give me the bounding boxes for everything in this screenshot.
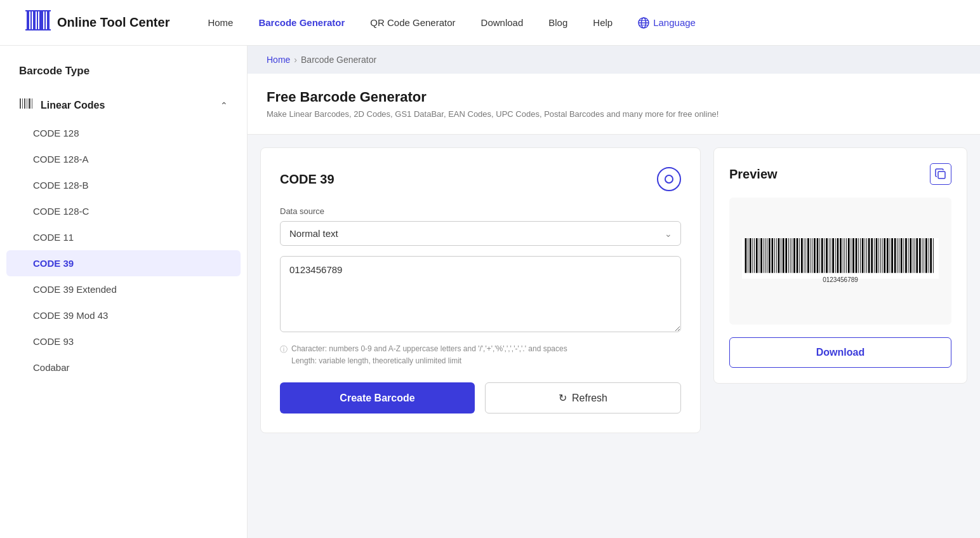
svg-rect-30 — [764, 238, 764, 273]
action-buttons: Create Barcode ↻ Refresh — [280, 382, 681, 414]
preview-title: Preview — [729, 167, 778, 182]
sidebar: Barcode Type Linear Codes — [0, 46, 248, 538]
svg-rect-16 — [24, 98, 25, 109]
sidebar-item-code128b[interactable]: CODE 128-B — [0, 172, 247, 198]
linear-codes-header[interactable]: Linear Codes ⌃ — [0, 90, 247, 120]
page-subtitle: Make Linear Barcodes, 2D Codes, GS1 Data… — [267, 109, 961, 119]
nav-home[interactable]: Home — [208, 17, 233, 28]
svg-rect-65 — [843, 238, 844, 273]
sidebar-title: Barcode Type — [0, 58, 247, 90]
svg-rect-52 — [812, 238, 812, 273]
breadcrumb-home[interactable]: Home — [267, 55, 290, 65]
page-title: Free Barcode Generator — [267, 89, 961, 105]
svg-rect-71 — [856, 238, 858, 273]
svg-rect-17 — [27, 98, 27, 109]
svg-rect-32 — [767, 238, 767, 273]
sidebar-item-code39ext[interactable]: CODE 39 Extended — [0, 276, 247, 302]
create-barcode-button[interactable]: Create Barcode — [280, 382, 475, 414]
preview-panel: Preview — [713, 147, 967, 384]
barcode-input[interactable]: 0123456789 — [280, 256, 681, 332]
linear-codes-chevron: ⌃ — [220, 100, 228, 111]
sidebar-item-code93[interactable]: CODE 93 — [0, 328, 247, 354]
linear-codes-section: Linear Codes ⌃ CODE 128 CODE 128-A CODE … — [0, 90, 247, 380]
svg-rect-4 — [39, 11, 43, 29]
page-layout: Barcode Type Linear Codes — [0, 46, 980, 538]
svg-rect-89 — [897, 238, 897, 273]
sidebar-item-code39mod43[interactable]: CODE 39 Mod 43 — [0, 302, 247, 328]
svg-rect-8 — [25, 29, 51, 30]
svg-text:0123456789: 0123456789 — [823, 276, 858, 283]
svg-rect-7 — [25, 10, 51, 11]
preview-header: Preview — [729, 163, 951, 185]
language-button[interactable]: Language — [638, 17, 696, 29]
data-source-wrapper: Normal text Hex Base64 ⌄ — [280, 221, 681, 246]
barcode-preview: 0123456789 — [729, 198, 951, 325]
svg-rect-83 — [882, 238, 883, 273]
svg-rect-55 — [819, 238, 820, 273]
sidebar-item-code128[interactable]: CODE 128 — [0, 120, 247, 146]
svg-rect-72 — [858, 238, 859, 273]
logo-icon — [25, 8, 51, 37]
svg-rect-33 — [769, 238, 771, 273]
svg-rect-87 — [891, 238, 893, 273]
svg-rect-82 — [880, 238, 881, 273]
svg-rect-50 — [807, 238, 809, 273]
nav-download[interactable]: Download — [481, 17, 524, 28]
hint-length: Length: variable length, theoretically u… — [291, 356, 461, 365]
breadcrumb: Home › Barcode Generator — [248, 46, 980, 74]
svg-rect-22 — [745, 238, 747, 273]
globe-icon — [638, 17, 649, 29]
svg-rect-46 — [799, 238, 800, 273]
svg-rect-88 — [894, 238, 896, 273]
page-header: Free Barcode Generator Make Linear Barco… — [248, 74, 980, 135]
generator-panel-title: CODE 39 — [280, 172, 334, 187]
svg-rect-0 — [27, 11, 29, 29]
sidebar-item-code11[interactable]: CODE 11 — [0, 224, 247, 250]
language-label: Language — [653, 17, 696, 28]
data-source-select[interactable]: Normal text Hex Base64 — [280, 221, 681, 246]
svg-rect-37 — [778, 238, 780, 273]
barcode-image: 0123456789 — [742, 238, 939, 285]
svg-rect-26 — [754, 238, 755, 273]
svg-rect-47 — [801, 238, 803, 273]
nav-barcode-generator[interactable]: Barcode Generator — [258, 17, 345, 28]
nav-blog[interactable]: Blog — [548, 17, 567, 28]
target-icon[interactable] — [657, 167, 681, 191]
main-nav: Home Barcode Generator QR Code Generator… — [208, 17, 955, 29]
refresh-button[interactable]: ↻ Refresh — [485, 382, 681, 414]
sidebar-item-code128a[interactable]: CODE 128-A — [0, 146, 247, 172]
download-button[interactable]: Download — [729, 337, 951, 368]
svg-rect-38 — [781, 238, 781, 273]
nav-qr-code-generator[interactable]: QR Code Generator — [370, 17, 455, 28]
svg-rect-18 — [29, 98, 30, 109]
svg-rect-69 — [851, 238, 851, 273]
svg-rect-73 — [860, 238, 861, 273]
breadcrumb-current: Barcode Generator — [301, 55, 376, 65]
nav-help[interactable]: Help — [593, 17, 612, 28]
svg-rect-97 — [915, 238, 915, 273]
svg-rect-19 — [32, 98, 32, 109]
svg-rect-6 — [47, 11, 50, 29]
svg-rect-86 — [889, 238, 890, 273]
info-icon: ⓘ — [280, 344, 288, 367]
hint-content: Character: numbers 0-9 and A-Z uppercase… — [291, 343, 567, 367]
svg-rect-101 — [924, 238, 924, 273]
svg-rect-25 — [752, 238, 753, 273]
svg-rect-39 — [783, 238, 785, 273]
linear-codes-title: Linear Codes — [19, 97, 105, 114]
svg-rect-54 — [817, 238, 819, 273]
barcode-section-icon — [19, 97, 33, 114]
sidebar-item-codabar[interactable]: Codabar — [0, 354, 247, 380]
svg-rect-67 — [846, 238, 847, 273]
svg-rect-35 — [774, 238, 775, 273]
copy-button[interactable] — [930, 163, 951, 185]
sidebar-item-code39[interactable]: CODE 39 — [6, 250, 241, 276]
sidebar-item-code128c[interactable]: CODE 128-C — [0, 198, 247, 224]
breadcrumb-separator: › — [294, 55, 297, 65]
svg-rect-20 — [938, 171, 945, 178]
svg-rect-104 — [930, 238, 932, 273]
svg-rect-64 — [840, 238, 842, 273]
target-inner — [665, 175, 673, 184]
svg-rect-45 — [797, 238, 798, 273]
svg-rect-63 — [837, 238, 839, 273]
